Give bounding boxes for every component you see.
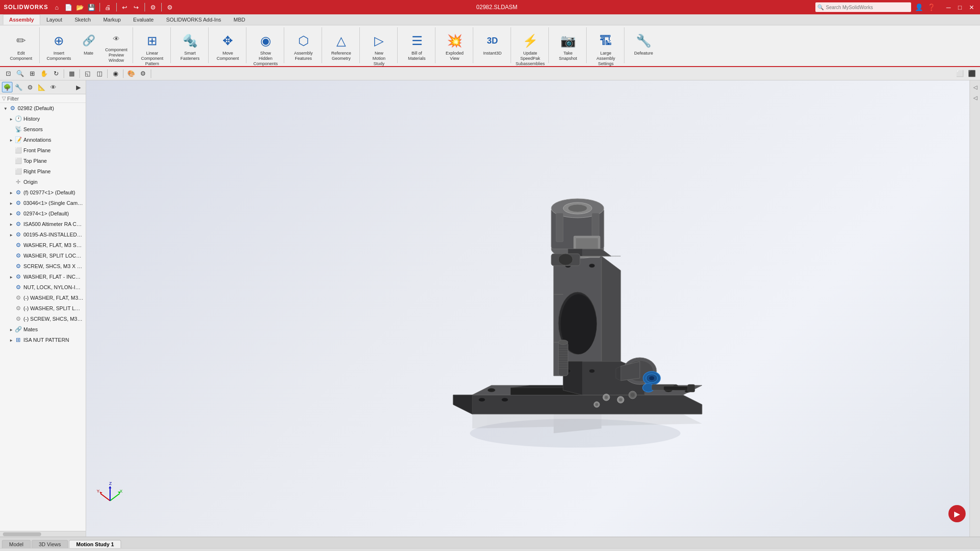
tree-item-comp4[interactable]: ▸ ⚙ ISA500 Altimeter RA CRE Connect bbox=[0, 219, 86, 229]
pan-btn[interactable]: ✋ bbox=[39, 68, 49, 79]
property-manager-tab[interactable]: 🔧 bbox=[13, 82, 24, 92]
zoom-area-btn[interactable]: ⊞ bbox=[27, 68, 37, 79]
edit-component-btn[interactable]: ✏ EditComponent bbox=[7, 29, 35, 64]
component-preview-btn[interactable]: 👁 ComponentPreviewWindow bbox=[104, 29, 129, 65]
tab-evaluate[interactable]: Evaluate bbox=[127, 14, 160, 25]
large-assembly-btn[interactable]: 🏗 LargeAssemblySettings bbox=[591, 29, 620, 68]
update-speedpak-btn[interactable]: ⚡ UpdateSpeedPakSubassemblies bbox=[516, 29, 545, 68]
tree-item-comp8[interactable]: ▸ ⚙ SCREW, SHCS, M3 X 0.5 MM THRI bbox=[0, 261, 86, 271]
tab-mbd[interactable]: MBD bbox=[227, 14, 251, 25]
tree-hscroll[interactable] bbox=[0, 531, 86, 537]
close-btn[interactable]: ✕ bbox=[967, 3, 976, 11]
comp3-expander[interactable]: ▸ bbox=[8, 210, 14, 217]
tree-hscroll-thumb[interactable] bbox=[3, 532, 41, 536]
redo-quick-btn[interactable]: ↪ bbox=[132, 3, 141, 11]
tree-item-annotations[interactable]: ▸ 📝 Annotations bbox=[0, 135, 86, 145]
section-view-btn[interactable]: ▦ bbox=[67, 68, 77, 79]
edit-appearance-btn[interactable]: 🎨 bbox=[126, 68, 136, 79]
tree-expand-btn[interactable]: ▶ bbox=[73, 82, 84, 92]
options-quick-btn[interactable]: ⚙ bbox=[165, 3, 175, 11]
viewport-expand-btn[interactable]: ⬜ bbox=[955, 68, 965, 79]
search-input[interactable] bbox=[824, 5, 901, 10]
zoom-to-fit-btn[interactable]: ⊡ bbox=[3, 68, 13, 79]
tree-item-comp9[interactable]: ▸ ⚙ WASHER, FLAT - INCH<1> (.190 F bbox=[0, 271, 86, 282]
tree-item-comp12[interactable]: ▸ ⚙ (-) WASHER, SPLIT LOCK, M3 SCR bbox=[0, 303, 86, 314]
undo-quick-btn[interactable]: ↩ bbox=[120, 3, 130, 11]
tree-item-comp10[interactable]: ▸ ⚙ NUT, LOCK, NYLON-INSERT - INC bbox=[0, 282, 86, 292]
dim-xpert-tab[interactable]: 📐 bbox=[36, 82, 47, 92]
tab-markup[interactable]: Markup bbox=[97, 14, 127, 25]
root-expander[interactable]: ▾ bbox=[2, 105, 9, 112]
reference-geometry-btn[interactable]: △ ReferenceGeometry bbox=[327, 29, 356, 64]
zoom-in-out-btn[interactable]: 🔍 bbox=[15, 68, 25, 79]
tree-item-history[interactable]: ▸ 🕐 History bbox=[0, 113, 86, 124]
tab-solidworks-addins[interactable]: SOLIDWORKS Add-Ins bbox=[160, 14, 227, 25]
comp2-expander[interactable]: ▸ bbox=[8, 200, 14, 206]
tree-item-comp3[interactable]: ▸ ⚙ 02974<1> (Default) bbox=[0, 208, 86, 219]
viewport-split-btn[interactable]: ⬛ bbox=[967, 68, 977, 79]
user-icon[interactable]: 👤 bbox=[914, 3, 924, 11]
view-orient-btn[interactable]: ◱ bbox=[82, 68, 93, 79]
rotate-btn[interactable]: ↻ bbox=[51, 68, 61, 79]
show-hidden-btn[interactable]: ◉ ShowHiddenComponents bbox=[251, 29, 280, 68]
help-icon[interactable]: ❓ bbox=[926, 3, 936, 11]
comp4-expander[interactable]: ▸ bbox=[8, 221, 14, 227]
open-doc-btn[interactable]: 📂 bbox=[75, 3, 85, 11]
display-style-btn[interactable]: ◫ bbox=[94, 68, 105, 79]
hide-show-items-btn[interactable]: ◉ bbox=[110, 68, 121, 79]
bill-of-materials-btn[interactable]: ☰ Bill ofMaterials bbox=[402, 29, 431, 64]
assembly-features-btn[interactable]: ⬡ AssemblyFeatures bbox=[289, 29, 318, 64]
tree-item-comp5[interactable]: ▸ ⚙ 00195-AS-INSTALLED-02982-V1<1 bbox=[0, 229, 86, 240]
defeature-btn[interactable]: 🔧 Defeature bbox=[629, 29, 658, 58]
tree-item-comp7[interactable]: ▸ ⚙ WASHER, SPLIT LOCK, M3 SCREW bbox=[0, 250, 86, 261]
tree-item-comp13[interactable]: ▸ ⚙ (-) SCREW, SHCS, M3 X 0.5 MM TI bbox=[0, 314, 86, 324]
isa-pattern-expander[interactable]: ▸ bbox=[8, 337, 14, 343]
linear-component-pattern-btn[interactable]: ⊞ LinearComponentPattern bbox=[138, 29, 167, 68]
view-settings-btn[interactable]: ⚙ bbox=[138, 68, 148, 79]
maximize-btn[interactable]: □ bbox=[955, 3, 965, 11]
instant3d-btn[interactable]: 3D Instant3D bbox=[478, 29, 507, 58]
take-snapshot-btn[interactable]: 📷 TakeSnapshot bbox=[554, 29, 582, 64]
tree-item-mates[interactable]: ▸ 🔗 Mates bbox=[0, 324, 86, 335]
rebuild-quick-btn[interactable]: ⚙ bbox=[148, 3, 158, 11]
minimize-btn[interactable]: ─ bbox=[944, 3, 953, 11]
viewport[interactable]: X Y Z ◁ ◁ ▶ bbox=[86, 80, 980, 537]
annotations-expander[interactable]: ▸ bbox=[8, 136, 14, 143]
new-doc-btn[interactable]: 📄 bbox=[64, 3, 73, 11]
tree-root[interactable]: ▾ ⚙ 02982 (Default) bbox=[0, 103, 86, 113]
right-panel-btn1[interactable]: ◁ bbox=[970, 82, 980, 92]
tab-layout[interactable]: Layout bbox=[40, 14, 68, 25]
feature-tree-tab[interactable]: 🌳 bbox=[2, 82, 12, 92]
comp9-expander[interactable]: ▸ bbox=[8, 273, 14, 280]
exploded-view-btn[interactable]: 💥 ExplodedView bbox=[440, 29, 469, 64]
tab-sketch[interactable]: Sketch bbox=[68, 14, 97, 25]
tab-motion-study-1[interactable]: Motion Study 1 bbox=[69, 540, 121, 548]
tab-3d-views[interactable]: 3D Views bbox=[32, 540, 68, 548]
comp5-expander[interactable]: ▸ bbox=[8, 231, 14, 238]
home-quick-btn[interactable]: ⌂ bbox=[52, 3, 62, 11]
mates-expander[interactable]: ▸ bbox=[8, 326, 14, 333]
move-component-btn[interactable]: ✥ MoveComponent bbox=[213, 29, 242, 64]
tab-assembly[interactable]: Assembly bbox=[3, 14, 40, 25]
record-button[interactable]: ▶ bbox=[948, 505, 966, 522]
tab-model[interactable]: Model bbox=[2, 540, 31, 548]
print-quick-btn[interactable]: 🖨 bbox=[103, 3, 113, 11]
new-motion-study-btn[interactable]: ▷ NewMotionStudy bbox=[365, 29, 393, 68]
tree-item-front-plane[interactable]: ▸ ⬜ Front Plane bbox=[0, 145, 86, 156]
display-manager-tab[interactable]: 👁 bbox=[48, 82, 58, 92]
save-doc-btn[interactable]: 💾 bbox=[87, 3, 96, 11]
history-expander[interactable]: ▸ bbox=[8, 115, 14, 122]
tree-item-isa-nut-pattern[interactable]: ▸ ⊞ ISA NUT PATTERN bbox=[0, 335, 86, 345]
tree-item-comp1[interactable]: ▸ ⚙ (f) 02977<1> (Default) bbox=[0, 187, 86, 198]
tree-item-right-plane[interactable]: ▸ ⬜ Right Plane bbox=[0, 166, 86, 177]
tree-item-comp6[interactable]: ▸ ⚙ WASHER, FLAT, M3 SCREW, 3.2 M bbox=[0, 240, 86, 250]
config-manager-tab[interactable]: ⚙ bbox=[25, 82, 35, 92]
tree-item-sensors[interactable]: ▸ 📡 Sensors bbox=[0, 124, 86, 135]
smart-fasteners-btn[interactable]: 🔩 SmartFasteners bbox=[176, 29, 204, 64]
tree-item-comp2[interactable]: ▸ ⚙ 03046<1> (Single Camera) bbox=[0, 198, 86, 208]
comp1-expander[interactable]: ▸ bbox=[8, 189, 14, 196]
tree-item-comp11[interactable]: ▸ ⚙ (-) WASHER, FLAT, M3 SCREW, 3. bbox=[0, 292, 86, 303]
tree-item-origin[interactable]: ▸ ✛ Origin bbox=[0, 177, 86, 187]
right-panel-btn2[interactable]: ◁ bbox=[970, 93, 980, 102]
mate-btn[interactable]: 🔗 Mate bbox=[74, 29, 103, 58]
